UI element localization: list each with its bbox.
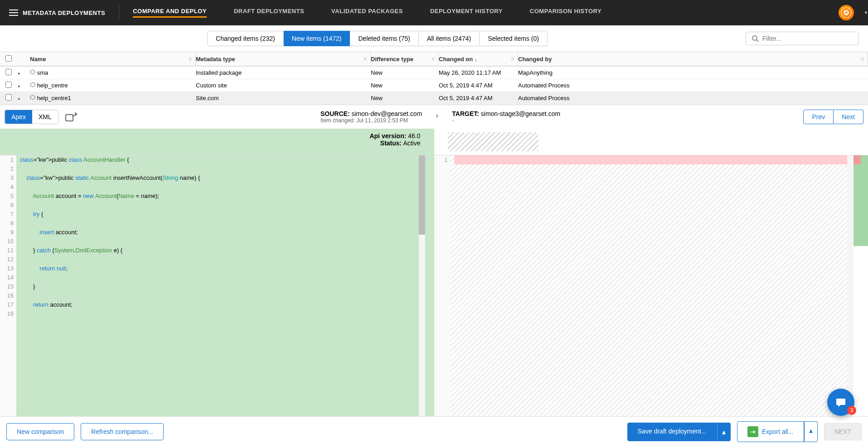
status-value: Active: [403, 140, 420, 147]
share-icon[interactable]: [65, 112, 78, 122]
chat-badge: 3: [847, 406, 856, 415]
svg-text:G: G: [844, 10, 848, 15]
view-apex[interactable]: Apex: [5, 110, 32, 124]
tab-comparison-history[interactable]: COMPARISON HISTORY: [530, 8, 601, 18]
new-comparison-button[interactable]: New comparison: [6, 423, 74, 440]
filter-bar: Changed items (232) New items (1472) Del…: [0, 25, 868, 52]
row-changed-on: Oct 5, 2019 4:47 AM: [439, 82, 518, 89]
target-value: simon-stage3@gearset.com: [481, 110, 560, 117]
code-content: class="kw">public class AccountHandler {…: [16, 155, 419, 416]
code-diff: 123456789101112131415161718 class="kw">p…: [0, 155, 868, 416]
search-box[interactable]: [746, 32, 859, 45]
view-xml[interactable]: XML: [32, 110, 58, 124]
pill-selected[interactable]: Selected items (0): [480, 31, 548, 46]
code-pane-source[interactable]: 123456789101112131415161718 class="kw">p…: [0, 155, 434, 416]
avatar[interactable]: G: [839, 5, 854, 20]
row-meta: Site.com: [196, 95, 371, 101]
table-row[interactable]: ▸ help_centre Custom site New Oct 5, 201…: [0, 79, 868, 92]
next-step-button[interactable]: NEXT: [824, 423, 862, 440]
save-draft-dropdown[interactable]: ▴: [717, 423, 731, 441]
col-name[interactable]: Name: [30, 56, 46, 63]
gear-icon: G: [840, 6, 853, 19]
expand-icon[interactable]: ▸: [18, 96, 20, 101]
col-metadata-type[interactable]: Metadata type: [196, 56, 235, 63]
search-icon: [752, 35, 759, 42]
export-button[interactable]: ⇥Export all...: [737, 421, 804, 442]
sort-desc-icon: ↓: [475, 57, 477, 62]
cube-icon: [30, 82, 35, 87]
row-checkbox[interactable]: [5, 69, 12, 75]
empty-placeholder: [448, 132, 538, 151]
svg-point-3: [752, 36, 757, 40]
row-changed-on: May 26, 2020 11:17 AM: [439, 69, 518, 76]
filter-icon[interactable]: ≡: [189, 56, 192, 62]
table-row[interactable]: ▸ help_centre1 Site.com New Oct 5, 2019 …: [0, 92, 868, 105]
export-icon: ⇥: [747, 426, 758, 437]
cube-icon: [30, 95, 35, 100]
expand-icon[interactable]: ▸: [18, 71, 20, 76]
row-checkbox[interactable]: [5, 82, 12, 88]
chat-icon: [834, 396, 847, 409]
scrollbar[interactable]: [847, 155, 853, 416]
row-changed-on: Oct 5, 2019 4:47 AM: [439, 95, 518, 101]
cube-icon: [30, 69, 35, 75]
svg-rect-5: [66, 115, 73, 121]
nav-tabs: COMPARE AND DEPLOY DRAFT DEPLOYMENTS VAL…: [133, 8, 839, 18]
refresh-comparison-button[interactable]: Refresh comparison...: [81, 423, 164, 440]
chevron-down-icon[interactable]: ▼: [864, 10, 868, 15]
line-gutter: 1: [434, 155, 451, 416]
pill-all[interactable]: All items (2474): [419, 31, 480, 46]
row-changed-by: MapAnything: [518, 69, 868, 76]
filter-icon[interactable]: ≡: [364, 56, 367, 62]
tab-deployment-history[interactable]: DEPLOYMENT HISTORY: [430, 8, 503, 18]
pill-deleted[interactable]: Deleted items (75): [350, 31, 418, 46]
pill-new[interactable]: New items (1472): [284, 31, 350, 46]
diff-header: Apex XML SOURCE: simon-dev@gearset.com I…: [0, 105, 868, 129]
footer: New comparison Refresh comparison... Sav…: [0, 416, 868, 443]
select-all-checkbox[interactable]: [5, 55, 12, 62]
row-meta: Custom site: [196, 82, 371, 89]
col-changed-on[interactable]: Changed on: [439, 56, 473, 63]
meta-bar: Api version: 46.0 Status: Active: [0, 129, 868, 155]
row-name: help_centre1: [37, 95, 71, 101]
filter-icon[interactable]: ≡: [861, 56, 864, 62]
minimap[interactable]: [853, 155, 868, 416]
row-name: sma: [37, 69, 48, 76]
line-gutter: 123456789101112131415161718: [0, 155, 16, 416]
chat-button[interactable]: 3: [827, 389, 854, 416]
row-changed-by: Automated Process: [518, 82, 868, 89]
target-label: TARGET:: [452, 110, 479, 117]
row-name: help_centre: [37, 82, 68, 89]
code-pane-target[interactable]: 1: [434, 155, 868, 416]
source-sub: Item changed: Jul 11, 2019 2:53 PM: [320, 117, 422, 124]
source-block: SOURCE: simon-dev@gearset.com Item chang…: [320, 110, 422, 124]
prev-button[interactable]: Prev: [803, 110, 834, 124]
table-row[interactable]: ▸ sma Installed package New May 26, 2020…: [0, 67, 868, 79]
header-bar: METADATA DEPLOYMENTS COMPARE AND DEPLOY …: [0, 0, 868, 25]
divider: [119, 5, 119, 21]
menu-button[interactable]: [5, 4, 23, 22]
search-input[interactable]: [762, 35, 853, 42]
minimap[interactable]: [425, 155, 434, 416]
save-draft-button[interactable]: Save draft deployment...: [627, 423, 717, 441]
table-body: ▸ sma Installed package New May 26, 2020…: [0, 67, 868, 105]
arrow-right-icon: ›: [436, 111, 438, 120]
tab-validated-packages[interactable]: VALIDATED PACKAGES: [331, 8, 403, 18]
tab-compare-deploy[interactable]: COMPARE AND DEPLOY: [133, 8, 207, 18]
next-button[interactable]: Next: [834, 110, 863, 124]
filter-icon[interactable]: ≡: [511, 56, 514, 62]
row-checkbox[interactable]: [5, 94, 12, 101]
filter-icon[interactable]: ≡: [432, 56, 435, 62]
export-dropdown[interactable]: ▴: [804, 421, 818, 442]
row-diff: New: [371, 69, 439, 76]
api-version-label: Api version:: [369, 132, 406, 140]
row-diff: New: [371, 82, 439, 89]
pill-changed[interactable]: Changed items (232): [207, 31, 284, 46]
col-difference-type[interactable]: Difference type: [371, 56, 413, 63]
expand-icon[interactable]: ▸: [18, 83, 20, 88]
tab-draft-deployments[interactable]: DRAFT DEPLOYMENTS: [234, 8, 304, 18]
row-changed-by: Automated Process: [518, 95, 868, 101]
scrollbar[interactable]: [419, 155, 425, 416]
status-label: Status:: [380, 140, 402, 147]
col-changed-by[interactable]: Changed by: [518, 56, 552, 63]
